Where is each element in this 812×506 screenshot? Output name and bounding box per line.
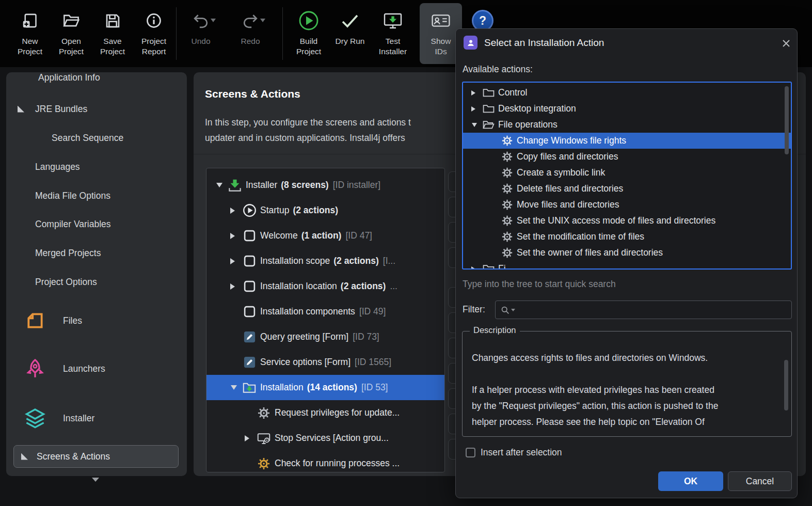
sidebar-item-installer[interactable]: Installer: [6, 405, 187, 432]
action-item-create-symbolic-link[interactable]: Create a symbolic link: [463, 165, 791, 181]
tree-row-query-greeting[interactable]: Query greeting [Form] [ID 73]: [206, 324, 444, 350]
action-category-file-operations[interactable]: File operations: [463, 117, 791, 133]
project-report-button[interactable]: Project Report: [133, 3, 175, 64]
build-project-button[interactable]: Build Project: [288, 3, 330, 64]
action-item-change-windows-file-rights[interactable]: Change Windows file rights: [463, 133, 791, 149]
action-category-control[interactable]: Control: [463, 85, 791, 101]
redo-dropdown-icon[interactable]: [260, 19, 265, 25]
tree-row-installation-selected[interactable]: Installation (14 actions) [ID 53]: [206, 375, 444, 400]
tree-item-label: Desktop integration: [498, 103, 576, 114]
tree-row-check-running-processes[interactable]: Check for running processes ...: [206, 451, 444, 472]
action-group-icon: [255, 432, 273, 445]
play-circle-icon: [241, 203, 258, 217]
tree-row-startup[interactable]: Startup (2 actions): [206, 198, 444, 223]
tree-item-count: (14 actions): [307, 382, 357, 393]
tree-row-installation-components[interactable]: Installation components [ID 49]: [206, 299, 444, 324]
sidebar-item-launchers[interactable]: Launchers: [6, 355, 187, 382]
insert-after-selection-label: Insert after selection: [481, 447, 562, 458]
tree-item-id: [ID 53]: [361, 382, 388, 393]
tree-item-count: (1 action): [301, 230, 342, 241]
open-project-label: Open Project: [55, 36, 88, 57]
sidebar-item-screens-and-actions[interactable]: Screens & Actions: [13, 445, 179, 468]
sidebar-item-jre-bundles[interactable]: JRE Bundles: [6, 98, 187, 120]
chevron-right-icon[interactable]: [227, 283, 241, 290]
sidebar-item-compiler-variables[interactable]: Compiler Variables: [6, 213, 187, 235]
save-project-button[interactable]: Save Project: [91, 3, 134, 64]
action-item-move-files[interactable]: Move files and directories: [463, 197, 791, 213]
insert-after-selection-checkbox[interactable]: [466, 448, 475, 457]
test-installer-button[interactable]: Test Installer: [372, 3, 414, 64]
chevron-down-icon[interactable]: [213, 180, 226, 191]
gear-icon: [499, 247, 515, 258]
tree-item-label: Installation components: [260, 306, 355, 317]
tree-item-id: [ID 47]: [345, 230, 372, 241]
filter-field[interactable]: [495, 301, 792, 319]
undo-button[interactable]: Undo: [180, 3, 222, 64]
sidebar-item-merged-projects[interactable]: Merged Projects: [6, 242, 187, 264]
filter-input[interactable]: [518, 305, 791, 315]
tree-item-label: Fi: [498, 263, 506, 270]
sidebar-item-project-options[interactable]: Project Options: [6, 271, 187, 293]
action-item-set-modification-time[interactable]: Set the modification time of files: [463, 229, 791, 245]
undo-label: Undo: [191, 36, 210, 46]
search-options-caret-icon[interactable]: [511, 309, 515, 313]
chevron-right-icon[interactable]: [227, 208, 241, 214]
description-text: Changes access rights to files and direc…: [472, 350, 776, 430]
tree-row-stop-services[interactable]: Stop Services [Action grou...: [206, 425, 444, 451]
dry-run-button[interactable]: Dry Run: [329, 3, 371, 64]
chevron-right-icon[interactable]: [468, 266, 481, 270]
intro-text: In this step, you configure the screens …: [205, 115, 411, 146]
page-title: Screens & Actions: [205, 88, 300, 100]
action-item-set-owner[interactable]: Set the owner of files and directories: [463, 245, 791, 261]
open-project-button[interactable]: Open Project: [50, 3, 92, 64]
action-item-set-unix-access-mode[interactable]: Set the UNIX access mode of files and di…: [463, 213, 791, 229]
tree-scrollbar-thumb[interactable]: [785, 86, 789, 154]
ok-button[interactable]: OK: [658, 471, 723, 491]
chevron-right-icon[interactable]: [242, 435, 255, 441]
chevron-right-icon[interactable]: [227, 258, 241, 264]
sidebar-item-languages[interactable]: Languages: [6, 155, 187, 178]
new-project-button[interactable]: New Project: [9, 3, 51, 64]
tree-item-label: Query greeting [Form]: [260, 331, 348, 342]
sidebar-item-search-sequence[interactable]: Search Sequence: [6, 126, 187, 149]
tree-item-label: Stop Services [Action grou...: [275, 433, 389, 444]
action-item-delete-files[interactable]: Delete files and directories: [463, 181, 791, 197]
folder-icon: [481, 88, 496, 98]
tree-row-installation-scope[interactable]: Installation scope (2 actions) [I...: [206, 248, 444, 274]
tree-row-service-options[interactable]: Service options [Form] [ID 1565]: [206, 350, 444, 375]
tree-item-label: Check for running processes ...: [275, 458, 400, 469]
monitor-download-icon: [384, 7, 402, 34]
description-scrollbar-thumb[interactable]: [784, 360, 788, 410]
redo-button[interactable]: Redo: [229, 3, 272, 64]
sidebar-scroll-down-icon[interactable]: [92, 478, 99, 485]
tree-row-request-privileges[interactable]: Request privileges for update...: [206, 400, 444, 425]
chevron-down-icon[interactable]: [227, 382, 241, 393]
undo-dropdown-icon[interactable]: [211, 19, 216, 25]
undo-icon: [193, 7, 209, 34]
sidebar-item-application-info[interactable]: Application Info: [6, 72, 187, 89]
rocket-icon: [25, 358, 45, 379]
chevron-right-icon[interactable]: [468, 106, 481, 112]
redo-icon: [243, 7, 258, 34]
tree-item-label: Move files and directories: [517, 199, 619, 210]
close-icon[interactable]: [780, 37, 792, 50]
chevron-right-icon[interactable]: [227, 233, 241, 239]
chevron-right-icon[interactable]: [468, 90, 481, 96]
tree-row-installer[interactable]: Installer (8 screens) [ID installer]: [206, 172, 444, 198]
sidebar-item-media-file-options[interactable]: Media File Options: [6, 184, 187, 207]
action-category-partial[interactable]: Fi: [463, 261, 791, 270]
action-item-copy-files[interactable]: Copy files and directories: [463, 149, 791, 165]
cancel-button[interactable]: Cancel: [728, 471, 792, 491]
sidebar-item-label: Application Info: [6, 72, 100, 83]
screens-actions-tree: Installer (8 screens) [ID installer] Sta…: [206, 168, 445, 472]
folder-icon: [481, 104, 496, 114]
tree-row-welcome[interactable]: Welcome (1 action) [ID 47]: [206, 223, 444, 248]
sidebar-item-label: Search Sequence: [6, 133, 123, 144]
tree-item-id: [ID 49]: [359, 306, 386, 317]
chevron-down-icon[interactable]: [468, 120, 481, 130]
sidebar-item-files[interactable]: Files: [6, 307, 187, 334]
search-icon: [501, 306, 510, 314]
action-category-desktop-integration[interactable]: Desktop integration: [463, 101, 791, 117]
tree-row-installation-location[interactable]: Installation location (2 actions) ...: [206, 274, 444, 299]
action-dialog-icon: [464, 36, 477, 50]
